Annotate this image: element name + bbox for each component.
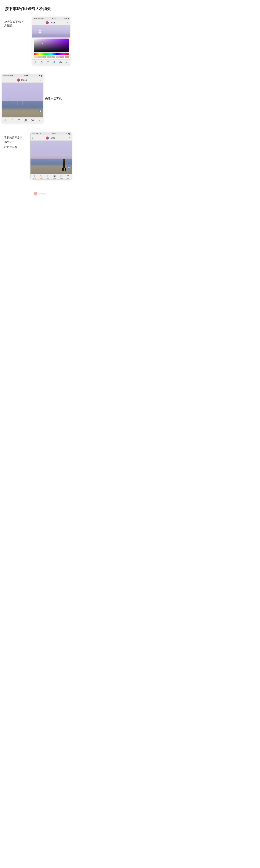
toolbar-picker-3[interactable]: ✏ Picker (44, 175, 51, 179)
footer-watermark: 今日美图 (34, 192, 46, 195)
section3-label2: 好吧并没有 (4, 146, 24, 149)
status-bar-3: 中国UNICOM··· 07:25 ▷ ▮▮ ▓ (31, 132, 72, 135)
toolbar-help-3[interactable]: ? Help (65, 175, 71, 179)
nav-check-3[interactable]: ✓ (68, 136, 70, 140)
erase-icon-3: ⌫ (60, 175, 63, 178)
swatch-1-5[interactable] (51, 56, 55, 58)
toolbar-erase-2[interactable]: ⌫ Erase (29, 118, 36, 123)
nav-bar-3: ‹ Tones ✓ (31, 135, 72, 141)
swatch-1-3[interactable] (42, 56, 46, 58)
section3-phone-wrapper: 中国UNICOM··· 07:25 ▷ ▮▮ ▓ ‹ Tones ✓ (24, 132, 80, 180)
toolbar-move-1[interactable]: ✛ Move (33, 60, 39, 65)
toolbar-palette-3[interactable]: ▣ Palette (51, 175, 58, 179)
move-icon-2: ✛ (5, 118, 7, 121)
nav-back-3[interactable]: ‹ (32, 136, 33, 140)
toolbar-help-1[interactable]: ? Help (64, 60, 70, 65)
status-icons-1: ▷ ▮▮ ▓ (65, 18, 69, 19)
toolbar-palette-2[interactable]: ▣ Palette (23, 118, 29, 123)
nav-check-1[interactable]: ✓ (66, 21, 69, 24)
swatch-1-2[interactable] (38, 56, 42, 58)
app-icon-3 (46, 136, 49, 140)
help-icon-2: ? (39, 118, 40, 121)
rainbow-bar-1[interactable] (34, 53, 69, 55)
swatches-row-1 (34, 56, 69, 58)
section1-label: 放大取海平线上方颜色 (0, 17, 24, 27)
turbines-2 (4, 97, 13, 101)
color-cursor-1 (42, 43, 44, 44)
toolbar-2: ✛ Move ✎ Tones ✏ Picker ▣ Palette ⌫ Er (2, 117, 43, 123)
section1-phone-wrapper: 中国UNICOM··· 07:24 ▷ ▮▮ ▓ ‹ Tones ✓ (24, 17, 80, 65)
status-time-2: 07:24 (24, 75, 28, 77)
fab-button-2[interactable]: ▣ (39, 110, 42, 113)
person-body-3 (63, 161, 66, 168)
status-bar-2: 中国UNICOM··· 07:24 ▷ ▮▮ ▓ (2, 74, 43, 78)
photo-bridge-3: ▣ (31, 141, 72, 174)
erase-icon-2: ⌫ (31, 118, 35, 121)
nav-bar-2: ‹ Tones ✓ (2, 78, 43, 83)
section2-phone-wrapper: 中国UNICOM··· 07:24 ▷ ▮▮ ▓ ‹ Tones ✓ (0, 74, 43, 123)
status-carrier-1: 中国UNICOM··· (34, 18, 44, 20)
swatch-1-6[interactable] (56, 56, 60, 58)
phone-frame-2: 中国UNICOM··· 07:24 ▷ ▮▮ ▓ ‹ Tones ✓ (2, 74, 43, 123)
rocks-2 (2, 107, 43, 117)
toolbar-tones-1[interactable]: ✎ Tones (39, 60, 45, 65)
move-icon-1: ✛ (35, 60, 37, 63)
section2-label: 先涂一层再说 (43, 97, 80, 100)
picker-icon-3: ✏ (47, 175, 49, 178)
toolbar-move-3[interactable]: ✛ Move (31, 175, 38, 179)
toolbar-picker-1[interactable]: ✏ Picker (45, 60, 51, 65)
help-icon-1: ? (66, 60, 67, 63)
nav-check-2[interactable]: ✓ (39, 78, 42, 82)
toolbar-erase-1[interactable]: ⌫ Erase (58, 60, 64, 65)
nav-back-2[interactable]: ‹ (3, 79, 4, 82)
move-icon-3: ✛ (33, 175, 35, 178)
swatch-1-1[interactable] (34, 56, 38, 58)
swatch-1-8[interactable] (65, 56, 69, 58)
picker-icon-1: ✏ (47, 60, 49, 63)
watermark-icon (34, 192, 37, 195)
toolbar-tones-2[interactable]: ✎ Tones (9, 118, 16, 123)
palette-icon-3: ▣ (53, 175, 55, 178)
watermark-text: 今日美图 (38, 192, 46, 195)
photo-top-1 (32, 25, 70, 37)
swatch-1-4[interactable] (47, 56, 51, 58)
toolbar-tones-3[interactable]: ✎ Tones (38, 175, 44, 179)
nav-bar-1: ‹ Tones ✓ (32, 20, 70, 25)
section3-labels: 看起来是不是快消失了！ 好吧并没有 (0, 132, 24, 149)
color-gradient-1[interactable] (34, 38, 69, 53)
phone-frame-1: 中国UNICOM··· 07:24 ▷ ▮▮ ▓ ‹ Tones ✓ (32, 17, 70, 65)
app-icon-2 (17, 79, 20, 82)
color-picker-area-1 (32, 37, 70, 59)
toolbar-3: ✛ Move ✎ Tones ✏ Picker ▣ Palette ⌫ Er (31, 174, 72, 179)
phone-frame-3: 中国UNICOM··· 07:25 ▷ ▮▮ ▓ ‹ Tones ✓ (30, 132, 72, 180)
photo-preview-1 (32, 25, 70, 59)
tones-icon-3: ✎ (40, 175, 42, 178)
toolbar-picker-2[interactable]: ✏ Picker (16, 118, 23, 123)
tones-icon-2: ✎ (11, 118, 13, 121)
toolbar-move-2[interactable]: ✛ Move (2, 118, 9, 123)
status-time-1: 07:24 (52, 18, 56, 20)
app-icon-1 (46, 21, 49, 24)
toolbar-help-2[interactable]: ? Help (36, 118, 43, 123)
section-3: 看起来是不是快消失了！ 好吧并没有 中国UNICOM··· 07:25 ▷ ▮▮… (0, 130, 80, 181)
page-title: 接下来我们让跨海大桥消失 (0, 0, 80, 15)
photo-bridge-2: ▣ (2, 83, 43, 117)
horizon-hint-1 (32, 34, 70, 37)
toolbar-palette-1[interactable]: ▣ Palette (51, 60, 58, 65)
status-bar-1: 中国UNICOM··· 07:24 ▷ ▮▮ ▓ (32, 17, 70, 20)
picker-icon-2: ✏ (18, 118, 20, 121)
person-legs-3 (63, 168, 66, 171)
person-head-3 (63, 159, 65, 161)
section-1: 放大取海平线上方颜色 中国UNICOM··· 07:24 ▷ ▮▮ ▓ ‹ To… (0, 15, 80, 67)
palette-icon-1: ▣ (53, 60, 55, 63)
person-silhouette-3 (62, 159, 67, 171)
nav-title-2: Tones (17, 79, 27, 82)
swatch-1-7[interactable] (60, 56, 64, 58)
status-time-3: 07:25 (52, 133, 56, 135)
toolbar-erase-3[interactable]: ⌫ Erase (58, 175, 65, 179)
section-2: 中国UNICOM··· 07:24 ▷ ▮▮ ▓ ‹ Tones ✓ (0, 72, 80, 125)
fab-button-3[interactable]: ▣ (67, 166, 70, 169)
erase-icon-1: ⌫ (59, 60, 62, 63)
nav-back-1[interactable]: ‹ (34, 21, 35, 24)
nav-title-3: Tones (46, 136, 55, 140)
